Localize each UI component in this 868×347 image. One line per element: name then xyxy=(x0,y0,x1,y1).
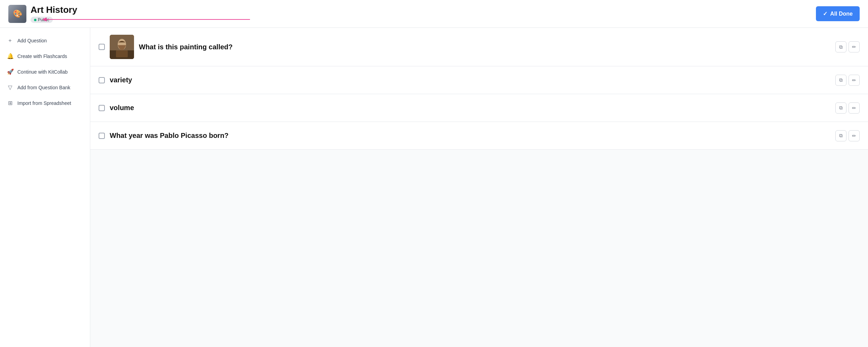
mona-lisa-thumbnail xyxy=(110,35,134,59)
edit-icon: ✏ xyxy=(852,77,856,83)
edit-button-1[interactable]: ✏ xyxy=(849,41,860,52)
badge-dot xyxy=(34,19,36,21)
question-4-checkbox[interactable] xyxy=(99,133,105,139)
question-4-actions: ⧉ ✏ xyxy=(835,130,860,141)
sidebar-label-import-spreadsheet: Import from Spreadsheet xyxy=(17,100,71,106)
edit-icon: ✏ xyxy=(852,44,856,50)
copy-button-2[interactable]: ⧉ xyxy=(835,75,846,86)
header: 🎨 Art History Public ✓ All Done xyxy=(0,0,868,28)
sidebar-item-add-question[interactable]: + Add Question xyxy=(0,33,90,48)
table-row: variety ⧉ ✏ xyxy=(90,66,868,94)
avatar: 🎨 xyxy=(8,5,26,23)
sidebar-label-question-bank: Add from Question Bank xyxy=(17,85,70,90)
edit-button-3[interactable]: ✏ xyxy=(849,102,860,114)
svg-rect-4 xyxy=(116,50,128,57)
edit-icon: ✏ xyxy=(852,133,856,139)
questions-list: What is this painting called? ⧉ ✏ variet… xyxy=(90,28,868,347)
table-row: volume ⧉ ✏ xyxy=(90,94,868,122)
question-1-checkbox[interactable] xyxy=(99,44,105,50)
header-left: 🎨 Art History Public xyxy=(8,5,77,23)
visibility-badge[interactable]: Public xyxy=(31,17,53,23)
sidebar-item-import-spreadsheet[interactable]: ⊞ Import from Spreadsheet xyxy=(0,96,90,110)
all-done-label: All Done xyxy=(830,11,853,17)
flashcard-icon: 🔔 xyxy=(7,53,13,59)
question-1-image xyxy=(110,35,134,59)
spreadsheet-icon: ⊞ xyxy=(7,100,13,106)
sidebar: + Add Question 🔔 Create with Flashcards … xyxy=(0,28,90,347)
avatar-image: 🎨 xyxy=(8,5,26,23)
copy-button-1[interactable]: ⧉ xyxy=(835,41,846,52)
question-3-checkbox[interactable] xyxy=(99,105,105,111)
sidebar-item-create-flashcards[interactable]: 🔔 Create with Flashcards xyxy=(0,49,90,64)
table-row: What is this painting called? ⧉ ✏ xyxy=(90,28,868,66)
check-icon: ✓ xyxy=(823,10,827,17)
copy-icon: ⧉ xyxy=(839,105,843,111)
question-3-actions: ⧉ ✏ xyxy=(835,102,860,114)
plus-icon: + xyxy=(7,38,13,44)
page-title: Art History xyxy=(31,5,77,15)
question-4-text: What year was Pablo Picasso born? xyxy=(110,132,831,140)
copy-icon: ⧉ xyxy=(839,133,843,139)
sidebar-item-question-bank[interactable]: ▽ Add from Question Bank xyxy=(0,80,90,95)
copy-icon: ⧉ xyxy=(839,44,843,50)
question-1-text: What is this painting called? xyxy=(139,43,831,51)
edit-button-4[interactable]: ✏ xyxy=(849,130,860,141)
main-layout: + Add Question 🔔 Create with Flashcards … xyxy=(0,28,868,347)
edit-button-2[interactable]: ✏ xyxy=(849,75,860,86)
question-2-text: variety xyxy=(110,76,831,84)
sidebar-label-add-question: Add Question xyxy=(17,38,47,43)
sidebar-label-kitcollab: Continue with KitCollab xyxy=(17,69,68,75)
copy-button-4[interactable]: ⧉ xyxy=(835,130,846,141)
sidebar-label-create-flashcards: Create with Flashcards xyxy=(17,53,67,59)
copy-icon: ⧉ xyxy=(839,77,843,83)
kitcollab-icon: 🚀 xyxy=(7,68,13,75)
all-done-button[interactable]: ✓ All Done xyxy=(816,6,860,21)
header-title-group: Art History Public xyxy=(31,5,77,23)
sidebar-item-kitcollab[interactable]: 🚀 Continue with KitCollab xyxy=(0,64,90,79)
table-row: What year was Pablo Picasso born? ⧉ ✏ xyxy=(90,122,868,150)
question-3-text: volume xyxy=(110,104,831,112)
question-1-actions: ⧉ ✏ xyxy=(835,41,860,52)
copy-button-3[interactable]: ⧉ xyxy=(835,102,846,114)
question-2-actions: ⧉ ✏ xyxy=(835,75,860,86)
question-2-checkbox[interactable] xyxy=(99,77,105,83)
badge-label: Public xyxy=(38,17,49,22)
question-bank-icon: ▽ xyxy=(7,84,13,91)
edit-icon: ✏ xyxy=(852,105,856,111)
